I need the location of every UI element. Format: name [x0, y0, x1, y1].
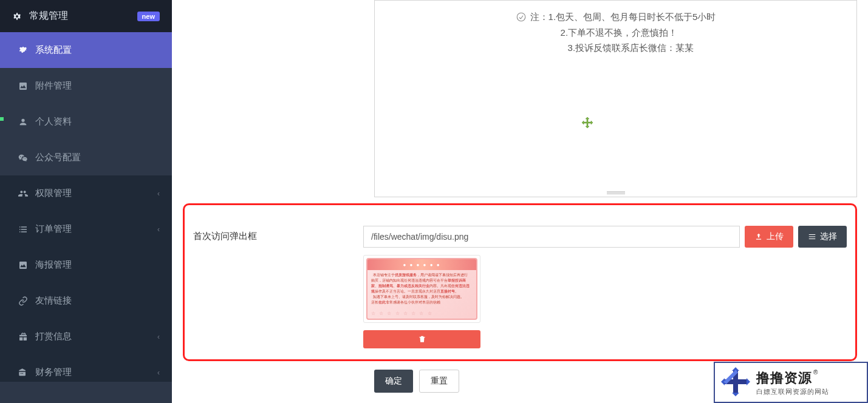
- sidebar-item-label: 订单管理: [35, 223, 72, 235]
- sidebar-item-label: 个人资料: [35, 116, 72, 127]
- svg-point-0: [517, 13, 525, 21]
- popup-image-path-input[interactable]: [363, 226, 740, 248]
- image-icon: [18, 81, 28, 91]
- chevron-left-icon: ‹: [157, 368, 160, 377]
- upload-button[interactable]: 上传: [745, 226, 793, 248]
- brand-registered: ®: [813, 369, 818, 376]
- badge-new: new: [137, 12, 160, 21]
- chevron-left-icon: ‹: [157, 189, 160, 198]
- sidebar-item-label: 权限管理: [35, 188, 72, 199]
- move-handle-icon[interactable]: [580, 116, 595, 130]
- form-label-popup: 首次访问弹出框: [193, 226, 351, 242]
- svg-marker-6: [747, 378, 750, 385]
- sidebar-item-orders[interactable]: 订单管理 ‹: [0, 211, 172, 247]
- sidebar-section-label: 常规管理: [29, 10, 68, 22]
- sidebar: 常规管理 new 系统配置 附件管理 个人资料: [0, 0, 172, 403]
- settings-icon: [12, 12, 22, 21]
- link-icon: [18, 296, 28, 306]
- sidebar-section-general[interactable]: 常规管理 new: [0, 0, 172, 32]
- wallet-icon: [18, 368, 28, 378]
- brand-tagline: 白嫖互联网资源的网站: [756, 387, 829, 396]
- upload-icon: [754, 232, 763, 241]
- chevron-left-icon: ‹: [157, 333, 160, 341]
- sidebar-item-posters[interactable]: 海报管理: [0, 247, 172, 283]
- notice-icon: [516, 12, 527, 22]
- select-button[interactable]: 选择: [798, 226, 847, 248]
- sidebar-item-permissions[interactable]: 权限管理 ‹: [0, 175, 172, 211]
- brand-logo-icon: [721, 367, 750, 398]
- gear-icon: [18, 46, 28, 55]
- reset-button[interactable]: 重置: [419, 370, 459, 393]
- editor-note-text: 注：1.包天、包周、包月每日时长不低于5小时 2.下单不退不换，介意慎拍！ 3.…: [530, 9, 716, 56]
- delete-image-button[interactable]: [363, 330, 480, 348]
- brand-watermark: 撸撸资源 ® 白嫖互联网资源的网站: [714, 362, 868, 403]
- main-content: 注：1.包天、包周、包月每日时长不低于5小时 2.下单不退不换，介意慎拍！ 3.…: [172, 0, 868, 403]
- list-icon: [808, 232, 816, 241]
- rich-text-editor[interactable]: 注：1.包天、包周、包月每日时长不低于5小时 2.下单不退不换，介意慎拍！ 3.…: [374, 0, 857, 197]
- sidebar-item-friend-links[interactable]: 友情链接: [0, 283, 172, 319]
- highlighted-section: 首次访问弹出框 上传 选择: [183, 203, 857, 361]
- sidebar-item-label: 附件管理: [35, 80, 72, 92]
- gift-icon: [18, 332, 28, 342]
- confirm-button[interactable]: 确定: [374, 370, 413, 393]
- sidebar-item-wechat-config[interactable]: 公众号配置: [0, 140, 172, 175]
- sidebar-item-finance[interactable]: 财务管理 ‹: [0, 354, 172, 382]
- sidebar-item-attachment[interactable]: 附件管理: [0, 68, 172, 104]
- chevron-left-icon: ‹: [157, 225, 160, 234]
- sidebar-item-system-config[interactable]: 系统配置: [0, 32, 172, 68]
- sidebar-item-label: 公众号配置: [35, 152, 81, 163]
- brand-name: 撸撸资源: [756, 369, 812, 387]
- users-icon: [18, 189, 28, 198]
- svg-marker-4: [732, 393, 739, 396]
- status-indicator-dot: [0, 117, 4, 121]
- person-icon: [18, 117, 28, 127]
- sidebar-item-profile[interactable]: 个人资料: [0, 104, 172, 140]
- sidebar-item-label: 财务管理: [35, 367, 72, 378]
- sidebar-item-label: 打赏信息: [35, 331, 72, 342]
- sidebar-item-label: 友情链接: [35, 295, 72, 306]
- list-icon: [18, 225, 28, 234]
- trash-icon: [418, 335, 426, 344]
- wechat-icon: [18, 153, 28, 163]
- resize-grip[interactable]: [607, 191, 625, 194]
- sidebar-item-label: 海报管理: [35, 259, 72, 271]
- sidebar-section-2: 权限管理 ‹ 订单管理 ‹ 海报管理 友情链接: [0, 175, 172, 382]
- image-icon: [18, 260, 28, 270]
- image-preview: ● ● ● ● ● ● 本店铺专注于优质游戏服务，用户请阅读下单须知后再进行 购…: [363, 255, 480, 323]
- sidebar-item-tips[interactable]: 打赏信息 ‹: [0, 319, 172, 354]
- sidebar-item-label: 系统配置: [35, 44, 72, 56]
